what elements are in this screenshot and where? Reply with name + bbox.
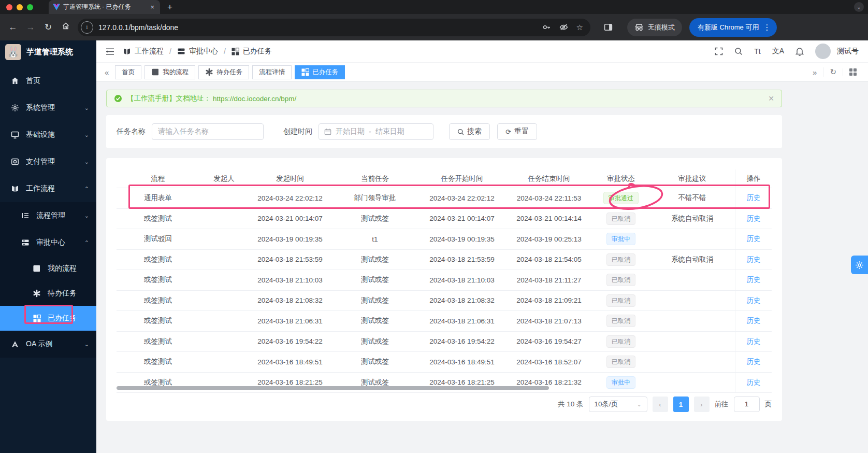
chevron-down-icon: ⌄ bbox=[84, 341, 89, 348]
font-size-icon[interactable]: Tt bbox=[754, 47, 760, 55]
user-avatar[interactable] bbox=[815, 44, 831, 59]
url-text[interactable]: 127.0.0.1/bpm/task/done bbox=[98, 23, 542, 32]
minimize-window-button[interactable] bbox=[17, 4, 23, 10]
sidebar-item-workflow[interactable]: 工作流程⌃ bbox=[0, 175, 96, 202]
fullscreen-icon[interactable] bbox=[715, 47, 723, 55]
tab-待办任务[interactable]: 待办任务 bbox=[198, 65, 249, 79]
history-link[interactable]: 历史 bbox=[747, 275, 761, 285]
page-size-select[interactable]: 10条/页 ⌄ bbox=[589, 397, 647, 412]
side-panel-icon[interactable] bbox=[604, 23, 613, 32]
success-check-icon bbox=[114, 94, 122, 103]
cell-task_start: 2024-03-18 21:08:32 bbox=[429, 296, 494, 304]
breadcrumb-item[interactable]: 已办任务 bbox=[243, 47, 272, 56]
cell-start_time: 2024-03-16 18:49:51 bbox=[257, 358, 322, 366]
reset-button[interactable]: ⟳ 重置 bbox=[497, 123, 537, 140]
sidebar-item-process-management[interactable]: 流程管理⌄ bbox=[0, 202, 96, 229]
chevron-down-icon: ⌄ bbox=[84, 213, 89, 219]
zoom-window-button[interactable] bbox=[27, 4, 33, 10]
site-info-icon[interactable]: i bbox=[81, 21, 93, 34]
tab-已办任务[interactable]: 已办任务 bbox=[295, 65, 345, 79]
notification-bell-icon[interactable] bbox=[795, 47, 804, 56]
next-page-button[interactable]: › bbox=[694, 397, 710, 412]
tab-首页[interactable]: 首页 bbox=[115, 65, 141, 79]
current-page-button[interactable]: 1 bbox=[673, 397, 689, 412]
sidebar-item-todo-tasks[interactable]: 待办任务 bbox=[0, 281, 96, 306]
search-icon[interactable] bbox=[734, 47, 743, 55]
app-logo[interactable]: 🐰 芋道管理系统 bbox=[0, 40, 96, 63]
main-area: 工作流程/审批中心/已办任务 Tt 文A 测试号 « 首页我的流程待办任务流程详… bbox=[96, 40, 868, 453]
eye-off-icon[interactable] bbox=[559, 23, 568, 32]
table-row: 通用表单2024-03-24 22:02:12部门领导审批2024-03-24 … bbox=[117, 188, 772, 209]
browser-tab-title: 芋道管理系统 - 已办任务 bbox=[63, 3, 149, 11]
browser-menu-kebab-icon[interactable]: ⋮ bbox=[763, 23, 771, 32]
sidebar-item-done-tasks[interactable]: 已办任务 bbox=[0, 306, 96, 331]
sidebar-item-home[interactable]: 首页 bbox=[0, 67, 96, 94]
cell-task_end: 2024-03-24 22:11:53 bbox=[517, 194, 581, 202]
sidebar-item-infrastructure[interactable]: 基础设施⌄ bbox=[0, 121, 96, 148]
tab-流程详情[interactable]: 流程详情 bbox=[252, 65, 292, 79]
history-link[interactable]: 历史 bbox=[747, 337, 761, 346]
sidebar-item-approval-center[interactable]: 审批中心⌃ bbox=[0, 229, 96, 256]
alert-close-icon[interactable]: ✕ bbox=[768, 94, 774, 103]
goto-page-input[interactable]: 1 bbox=[734, 397, 760, 412]
window-controls[interactable] bbox=[6, 4, 42, 10]
browser-tab[interactable]: 芋道管理系统 - 已办任务 × bbox=[49, 0, 160, 14]
bookmark-star-icon[interactable]: ☆ bbox=[576, 23, 583, 32]
close-window-button[interactable] bbox=[6, 4, 12, 10]
cell-task_end: 2024-03-16 19:54:27 bbox=[516, 337, 581, 345]
cell-suggestion: 系统自动取消 bbox=[671, 256, 713, 263]
workflow-icon bbox=[10, 185, 20, 193]
search-button-icon bbox=[457, 129, 464, 135]
total-count: 共 10 条 bbox=[558, 400, 584, 409]
history-link[interactable]: 历史 bbox=[747, 193, 761, 203]
breadcrumb-item[interactable]: 工作流程 bbox=[135, 47, 164, 56]
tags-layout-grid-icon[interactable] bbox=[843, 68, 863, 76]
prev-page-button[interactable]: ‹ bbox=[653, 397, 668, 412]
collapse-sidebar-icon[interactable] bbox=[106, 48, 114, 55]
history-link[interactable]: 历史 bbox=[747, 255, 761, 264]
cell-process: 或签测试 bbox=[144, 378, 172, 386]
tab-label: 我的流程 bbox=[163, 68, 189, 77]
sidebar-item-oa-example[interactable]: OA 示例⌄ bbox=[0, 331, 96, 358]
history-link[interactable]: 历史 bbox=[747, 316, 761, 325]
sidebar-item-system-management[interactable]: 系统管理⌄ bbox=[0, 94, 96, 121]
column-header-审批状态: 审批状态 bbox=[592, 174, 649, 183]
tab-search-chevron-icon[interactable]: ⌄ bbox=[854, 2, 864, 12]
doc-link[interactable]: https://doc.iocoder.cn/bpm/ bbox=[213, 95, 296, 103]
cell-task_start: 2024-03-16 18:49:51 bbox=[429, 358, 494, 366]
history-link[interactable]: 历史 bbox=[747, 296, 761, 305]
search-button[interactable]: 搜索 bbox=[449, 123, 490, 140]
search-button-label: 搜索 bbox=[467, 127, 482, 136]
tags-refresh-icon[interactable]: ↻ bbox=[823, 67, 843, 77]
reload-icon[interactable]: ↻ bbox=[39, 22, 57, 33]
password-key-icon[interactable] bbox=[542, 23, 551, 32]
theme-settings-button[interactable] bbox=[851, 256, 868, 274]
tags-scroll-left-icon[interactable]: « bbox=[102, 68, 112, 77]
task-name-input[interactable]: 请输入任务名称 bbox=[152, 123, 264, 140]
forward-icon[interactable]: → bbox=[22, 22, 39, 33]
done-task-table-card: 流程发起人发起时间当前任务任务开始时间任务结束时间审批状态审批建议操作通用表单2… bbox=[106, 158, 782, 421]
done-task-table: 流程发起人发起时间当前任务任务开始时间任务结束时间审批状态审批建议操作通用表单2… bbox=[117, 169, 772, 393]
sidebar-item-my-process[interactable]: 我的流程 bbox=[0, 256, 96, 281]
chrome-update-button[interactable]: 有新版 Chrome 可用 ⋮ bbox=[689, 18, 777, 37]
back-icon[interactable]: ← bbox=[4, 22, 22, 33]
chevron-down-icon: ⌄ bbox=[84, 105, 89, 111]
task-name-placeholder: 请输入任务名称 bbox=[158, 127, 209, 136]
history-link[interactable]: 历史 bbox=[747, 357, 761, 366]
sidebar-item-label: 支付管理 bbox=[26, 157, 55, 166]
language-icon[interactable]: 文A bbox=[772, 47, 784, 56]
breadcrumb-item[interactable]: 审批中心 bbox=[189, 47, 218, 56]
address-bar[interactable]: i 127.0.0.1/bpm/task/done ☆ bbox=[78, 19, 590, 36]
date-range-picker[interactable]: 开始日期 - 结束日期 bbox=[319, 123, 433, 140]
table-horizontal-scrollbar[interactable] bbox=[117, 386, 772, 390]
home-icon[interactable] bbox=[57, 22, 75, 33]
new-tab-button[interactable]: + bbox=[167, 2, 172, 12]
history-link[interactable]: 历史 bbox=[747, 214, 761, 223]
tab-我的流程[interactable]: 我的流程 bbox=[144, 65, 195, 79]
sidebar-item-payment-management[interactable]: 支付管理⌄ bbox=[0, 148, 96, 175]
close-tab-icon[interactable]: × bbox=[149, 3, 156, 11]
tags-scroll-right-icon[interactable]: » bbox=[806, 68, 823, 77]
history-link[interactable]: 历史 bbox=[747, 234, 761, 244]
cell-task_start: 2024-03-21 00:14:07 bbox=[429, 215, 494, 222]
username[interactable]: 测试号 bbox=[837, 47, 859, 56]
